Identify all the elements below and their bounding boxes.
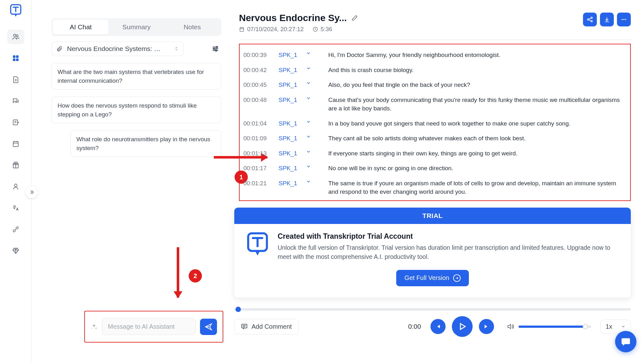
share-button[interactable] bbox=[583, 13, 597, 26]
svg-point-19 bbox=[622, 19, 623, 20]
file-selector[interactable]: Nervous Endocrine Systems: … bbox=[52, 42, 184, 56]
chevron-down-icon[interactable] bbox=[304, 51, 313, 56]
svg-point-10 bbox=[14, 184, 17, 187]
chevron-down-icon[interactable] bbox=[304, 119, 313, 124]
floating-chat-button[interactable] bbox=[615, 331, 636, 352]
svg-point-2 bbox=[16, 35, 18, 37]
transcript-text: They cant all be solo artists doing what… bbox=[328, 134, 626, 143]
edit-title-button[interactable] bbox=[351, 14, 358, 21]
transcript-row[interactable]: 00:01:17SPK_1No one will be in sync or g… bbox=[243, 161, 626, 176]
transcript-time: 00:01:09 bbox=[243, 134, 274, 143]
annotation-badge-2: 2 bbox=[189, 269, 202, 282]
chevron-down-icon[interactable] bbox=[304, 179, 313, 184]
file-name: Nervous Endocrine Systems: … bbox=[67, 45, 169, 53]
volume-slider[interactable] bbox=[519, 326, 591, 328]
sidebar-item-premium[interactable] bbox=[7, 243, 24, 258]
svg-point-11 bbox=[216, 46, 217, 47]
filter-settings-button[interactable] bbox=[209, 43, 221, 55]
svg-point-1 bbox=[13, 34, 16, 37]
transcript-row[interactable]: 00:00:48SPK_1Cause that's your body comm… bbox=[243, 92, 626, 116]
transcript-time: 00:00:42 bbox=[243, 66, 274, 75]
get-full-version-button[interactable]: Get Full Version bbox=[396, 270, 469, 286]
left-panel: AI Chat Summary Notes Nervous Endocrine … bbox=[31, 0, 233, 363]
sidebar-item-gift[interactable] bbox=[7, 158, 24, 172]
player: Add Comment 0:00 bbox=[234, 308, 631, 337]
chevron-down-icon[interactable] bbox=[304, 96, 313, 101]
transcript-text: No one will be in sync or going in one d… bbox=[328, 164, 626, 173]
suggestion-item[interactable]: How does the nervous system respond to s… bbox=[52, 97, 221, 123]
play-button[interactable] bbox=[452, 316, 473, 337]
transcript-speaker[interactable]: SPK_1 bbox=[279, 119, 300, 128]
suggestion-item[interactable]: What role do neurotransmitters play in t… bbox=[70, 130, 221, 157]
transcript-row[interactable]: 00:00:45SPK_1Also, do you feel that ting… bbox=[243, 77, 626, 92]
transcript-row[interactable]: 00:00:39SPK_1Hi, I'm Doctor Sammy, your … bbox=[243, 47, 626, 63]
trial-title: Created with Transkriptor Trial Account bbox=[278, 232, 619, 241]
transcript-time: 00:01:21 bbox=[243, 179, 274, 188]
more-options-button[interactable] bbox=[617, 13, 631, 26]
transcript-speaker[interactable]: SPK_1 bbox=[279, 66, 300, 75]
panel-tabs: AI Chat Summary Notes bbox=[52, 18, 221, 36]
transcript-row[interactable]: 00:01:21SPK_1The same is true if youre a… bbox=[243, 176, 626, 199]
transcript-speaker[interactable]: SPK_1 bbox=[279, 164, 300, 173]
transcript-speaker[interactable]: SPK_1 bbox=[279, 96, 300, 104]
sidebar-item-notes[interactable] bbox=[7, 115, 24, 130]
tab-notes[interactable]: Notes bbox=[164, 20, 220, 35]
progress-bar[interactable] bbox=[234, 308, 631, 310]
transcript-row[interactable]: 00:00:42SPK_1And this is crash course bi… bbox=[243, 63, 626, 78]
sidebar-item-comments[interactable] bbox=[7, 94, 24, 108]
sidebar-item-integrations[interactable] bbox=[7, 222, 24, 237]
right-panel: Nervous Endocrine Sy... 07/10/2024, 20:2… bbox=[233, 0, 644, 363]
transcript-speaker[interactable]: SPK_1 bbox=[279, 81, 300, 89]
trial-banner: TRIAL Created with Transkriptor Trial Ac… bbox=[234, 208, 631, 298]
transkriptor-logo bbox=[246, 232, 269, 256]
progress-handle[interactable] bbox=[236, 307, 241, 312]
skip-back-button[interactable] bbox=[430, 319, 446, 334]
transcript-text: The same is true if youre an organism ma… bbox=[328, 179, 626, 196]
chat-input-container: Message to AI Assistant bbox=[84, 311, 223, 343]
divider bbox=[239, 40, 631, 40]
sidebar-item-dashboard[interactable] bbox=[7, 51, 24, 65]
transcript-time: 00:01:04 bbox=[243, 119, 274, 128]
tab-ai-chat[interactable]: AI Chat bbox=[53, 20, 108, 35]
chevron-down-icon[interactable] bbox=[304, 149, 313, 154]
transcript-speaker[interactable]: SPK_1 bbox=[279, 134, 300, 143]
transcript-row[interactable]: 00:01:31SPK_1Your cells and organs have … bbox=[243, 199, 626, 201]
transcript-row[interactable]: 00:01:13SPK_1If everyone starts singing … bbox=[243, 146, 626, 161]
transcript-time: 00:00:48 bbox=[243, 96, 274, 104]
chevron-down-icon[interactable] bbox=[304, 66, 313, 71]
svg-rect-8 bbox=[13, 142, 18, 147]
meta-duration: 5:36 bbox=[313, 26, 332, 33]
tab-summary[interactable]: Summary bbox=[108, 20, 164, 35]
transcript-text: In a boy band youve got singers that nee… bbox=[328, 119, 626, 128]
svg-rect-4 bbox=[16, 55, 19, 58]
sparkle-icon bbox=[91, 323, 97, 330]
transcript-row[interactable]: 00:01:04SPK_1In a boy band youve got sin… bbox=[243, 116, 626, 131]
sidebar-item-translate[interactable] bbox=[7, 201, 24, 215]
svg-rect-3 bbox=[13, 55, 15, 58]
chevron-down-icon[interactable] bbox=[304, 164, 313, 169]
sidebar-item-people[interactable] bbox=[7, 30, 24, 44]
svg-rect-5 bbox=[13, 59, 15, 61]
sidebar-item-documents[interactable] bbox=[7, 72, 24, 87]
volume-handle[interactable] bbox=[583, 324, 588, 329]
app-logo[interactable] bbox=[9, 4, 22, 18]
chat-input[interactable]: Message to AI Assistant bbox=[102, 318, 196, 335]
transcript-row[interactable]: 00:01:09SPK_1They cant all be solo artis… bbox=[243, 131, 626, 146]
suggestions-list: What are the two main systems that verte… bbox=[52, 63, 221, 157]
download-button[interactable] bbox=[600, 13, 614, 26]
send-button[interactable] bbox=[200, 319, 217, 335]
add-comment-button[interactable]: Add Comment bbox=[234, 319, 298, 334]
trial-body-text: Unlock the full version of Transkriptor.… bbox=[278, 243, 619, 262]
transcript-speaker[interactable]: SPK_1 bbox=[279, 179, 300, 188]
skip-forward-button[interactable] bbox=[479, 319, 494, 334]
sidebar-item-calendar[interactable] bbox=[7, 137, 24, 151]
volume-icon[interactable] bbox=[507, 323, 514, 330]
transcript-speaker[interactable]: SPK_1 bbox=[279, 149, 300, 158]
suggestion-item[interactable]: What are the two main systems that verte… bbox=[52, 63, 221, 90]
sidebar-item-profile[interactable] bbox=[7, 179, 24, 194]
chevron-down-icon[interactable] bbox=[304, 81, 313, 86]
transcript-speaker[interactable]: SPK_1 bbox=[279, 51, 300, 59]
chevron-down-icon[interactable] bbox=[304, 134, 313, 139]
svg-point-20 bbox=[623, 19, 625, 20]
paperclip-icon bbox=[56, 46, 63, 52]
